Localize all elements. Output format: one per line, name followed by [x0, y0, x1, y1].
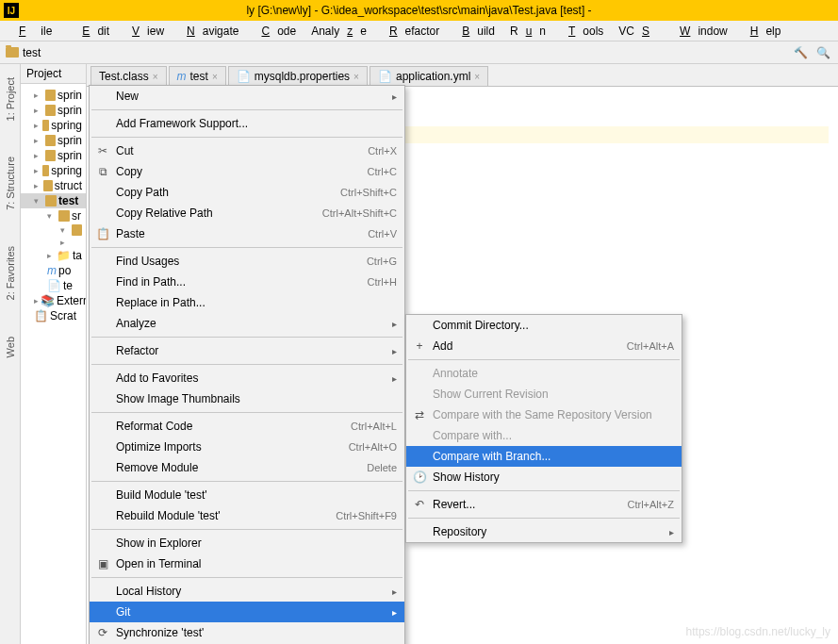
tree-item[interactable]: mpo — [21, 263, 86, 278]
ctx-show-in-explorer[interactable]: Show in Explorer — [90, 533, 404, 553]
close-icon[interactable]: × — [153, 72, 158, 82]
paste-icon: 📋 — [95, 226, 110, 241]
titlebar: IJ ly [G:\new\ly] - G:\idea_workspace\te… — [0, 0, 838, 21]
tree-item[interactable]: 📄te — [21, 278, 86, 293]
ctx-git[interactable]: Git▸ — [90, 602, 404, 622]
git-add[interactable]: +AddCtrl+Alt+A — [406, 336, 682, 356]
ctx-add-to-favorites[interactable]: Add to Favorites▸ — [90, 368, 404, 388]
ctx-open-terminal[interactable]: ▣Open in Terminal — [90, 553, 404, 574]
git-commit-directory[interactable]: Commit Directory... — [406, 315, 682, 336]
tree-item[interactable]: ▸sprin — [21, 133, 86, 148]
left-gutter: 1: Project 7: Structure 2: Favorites Web — [0, 64, 21, 644]
folder-icon — [45, 90, 56, 101]
ctx-paste[interactable]: 📋PasteCtrl+V — [90, 223, 404, 244]
sync-icon: ⟳ — [95, 625, 110, 640]
ctx-cut[interactable]: ✂CutCtrl+X — [90, 140, 404, 161]
folder-icon — [45, 150, 56, 161]
ctx-copy-path[interactable]: Copy PathCtrl+Shift+C — [90, 182, 404, 203]
tree-item-test[interactable]: ▾test — [21, 193, 86, 208]
menu-build[interactable]: Build — [447, 23, 502, 40]
project-panel-header[interactable]: Project — [21, 64, 86, 84]
git-show-history[interactable]: 🕑Show History — [406, 467, 682, 487]
tree-item[interactable]: ▸sprin — [21, 148, 86, 163]
ctx-show-thumbnails[interactable]: Show Image Thumbnails — [90, 388, 404, 409]
ctx-remove-module[interactable]: Remove ModuleDelete — [90, 457, 404, 478]
ctx-synchronize[interactable]: ⟳Synchronize 'test' — [90, 622, 404, 643]
menu-edit[interactable]: Edit — [67, 23, 117, 40]
menu-vcs[interactable]: VCS — [611, 23, 665, 40]
project-panel-title: Project — [26, 67, 61, 80]
ctx-build-module[interactable]: Build Module 'test' — [90, 485, 404, 505]
ij-logo-icon: IJ — [4, 3, 19, 18]
tab-structure[interactable]: 7: Structure — [3, 153, 18, 214]
menu-help[interactable]: Help — [735, 23, 789, 40]
git-submenu: Commit Directory... +AddCtrl+Alt+A Annot… — [405, 314, 682, 543]
ctx-analyze[interactable]: Analyze▸ — [90, 313, 404, 334]
tree-item[interactable]: ▸spring — [21, 163, 86, 178]
ctx-local-history[interactable]: Local History▸ — [90, 581, 404, 602]
ctx-find-in-path[interactable]: Find in Path...Ctrl+H — [90, 272, 404, 292]
tree-item[interactable]: ▸spring — [21, 118, 86, 133]
tree-item[interactable]: ▾sr — [21, 208, 86, 223]
folder-icon — [6, 47, 19, 58]
tab-application-yml[interactable]: 📄application.yml× — [370, 66, 488, 86]
compare-icon: ⇄ — [412, 407, 427, 422]
ctx-copy[interactable]: ⧉CopyCtrl+C — [90, 161, 404, 182]
ctx-refactor[interactable]: Refactor▸ — [90, 340, 404, 361]
tab-test-class[interactable]: Test.class× — [90, 66, 167, 86]
ctx-new[interactable]: New▸ — [90, 86, 404, 107]
tree-item[interactable]: ▾ — [21, 223, 86, 237]
menu-code[interactable]: Code — [246, 23, 304, 40]
git-annotate: Annotate — [406, 363, 682, 384]
project-tree[interactable]: ▸sprin ▸sprin ▸spring ▸sprin ▸sprin ▸spr… — [21, 84, 86, 327]
menu-tools[interactable]: Tools — [553, 23, 611, 40]
tree-item[interactable]: ▸📚Extern — [21, 293, 86, 308]
tree-item[interactable]: ▸📁ta — [21, 248, 86, 263]
folder-icon — [45, 195, 57, 206]
search-icon[interactable]: 🔍 — [813, 43, 832, 62]
folder-icon — [45, 135, 56, 146]
tab-mysqldb[interactable]: 📄mysqldb.properties× — [228, 66, 368, 86]
context-menu: New▸ Add Framework Support... ✂CutCtrl+X… — [89, 85, 405, 644]
menu-analyze[interactable]: Analyze — [304, 23, 374, 40]
ctx-add-framework[interactable]: Add Framework Support... — [90, 113, 404, 134]
git-show-current-revision: Show Current Revision — [406, 384, 682, 405]
tab-favorites[interactable]: 2: Favorites — [3, 242, 18, 304]
git-revert[interactable]: ↶Revert...Ctrl+Alt+Z — [406, 494, 682, 515]
menu-navigate[interactable]: Navigate — [172, 23, 246, 40]
menu-file[interactable]: File — [4, 23, 67, 40]
menu-view[interactable]: View — [117, 23, 172, 40]
folder-icon — [42, 165, 50, 176]
clock-icon: 🕑 — [412, 470, 427, 485]
tree-item[interactable]: ▸struct — [21, 178, 86, 193]
menu-window[interactable]: Window — [665, 23, 735, 40]
revert-icon: ↶ — [412, 497, 427, 512]
tree-item[interactable]: 📋Scrat — [21, 308, 86, 323]
ctx-reformat-code[interactable]: Reformat CodeCtrl+Alt+L — [90, 416, 404, 437]
menu-refactor[interactable]: Refactor — [374, 23, 447, 40]
ctx-copy-relative-path[interactable]: Copy Relative PathCtrl+Alt+Shift+C — [90, 203, 404, 223]
tree-item[interactable]: ▸sprin — [21, 88, 86, 103]
tree-item[interactable]: ▸ — [21, 237, 86, 248]
menu-run[interactable]: Run — [502, 23, 553, 40]
close-icon[interactable]: × — [474, 72, 480, 82]
tab-web[interactable]: Web — [3, 333, 18, 361]
close-icon[interactable]: × — [212, 72, 218, 82]
git-compare-with-branch[interactable]: Compare with Branch... — [406, 446, 682, 467]
ctx-rebuild-module[interactable]: Rebuild Module 'test'Ctrl+Shift+F9 — [90, 505, 404, 526]
folder-icon — [43, 180, 53, 191]
ctx-find-usages[interactable]: Find UsagesCtrl+G — [90, 251, 404, 272]
hammer-icon[interactable]: 🔨 — [791, 43, 810, 62]
ctx-optimize-imports[interactable]: Optimize ImportsCtrl+Alt+O — [90, 437, 404, 457]
terminal-icon: ▣ — [95, 556, 110, 571]
watermark: https://blog.csdn.net/lucky_ly — [686, 625, 830, 638]
folder-icon — [45, 105, 56, 116]
ctx-replace-in-path[interactable]: Replace in Path... — [90, 292, 404, 313]
git-repository[interactable]: Repository▸ — [406, 521, 682, 542]
git-compare-with: Compare with... — [406, 425, 682, 446]
tab-project[interactable]: 1: Project — [3, 74, 18, 124]
breadcrumb-project[interactable]: test — [23, 46, 41, 59]
close-icon[interactable]: × — [353, 72, 359, 82]
tab-test[interactable]: mtest× — [169, 66, 226, 86]
tree-item[interactable]: ▸sprin — [21, 103, 86, 118]
